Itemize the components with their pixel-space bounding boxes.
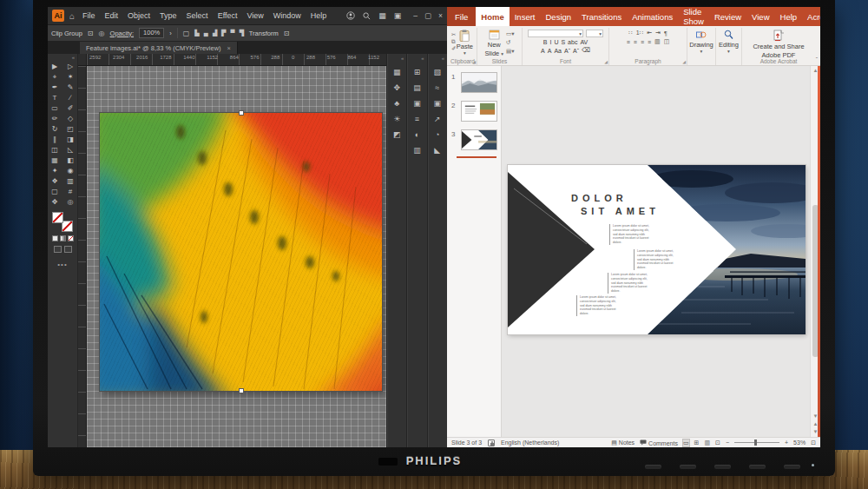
panel-icon[interactable]: ▣ <box>413 99 421 108</box>
create-share-pdf-button[interactable]: Create and Share Adobe PDF <box>753 29 804 59</box>
paste-button[interactable]: Paste ▾ <box>457 29 473 55</box>
tool-icon[interactable]: ◨ <box>65 135 76 145</box>
panel-icon[interactable]: ☀ <box>393 115 400 123</box>
clipboard-mini-icon[interactable]: ✂ <box>451 31 456 38</box>
paragraph-button[interactable]: ▥ <box>654 38 661 45</box>
tab-file[interactable]: File <box>447 7 476 26</box>
tool-icon[interactable]: ▦ <box>49 155 60 166</box>
font-button[interactable]: S <box>561 39 565 45</box>
slide-body-text[interactable]: Lorem ipsum dolor sit amet, consectetuer… <box>576 295 621 316</box>
font-button[interactable]: A <box>541 48 545 54</box>
menu-item[interactable]: File <box>82 11 95 20</box>
tool-icon[interactable]: ↻ <box>49 124 60 135</box>
language-indicator[interactable]: English (Netherlands) <box>501 439 559 446</box>
font-size-combobox[interactable]: ▾ <box>586 30 603 37</box>
align-icon[interactable]: ▙ <box>194 30 199 36</box>
arrange-documents-icon[interactable]: ▦ <box>378 11 386 20</box>
panel-icon[interactable]: ▥ <box>413 146 421 155</box>
zoom-out-icon[interactable]: − <box>726 439 729 446</box>
fit-slide-icon[interactable]: ⊡ <box>811 439 816 446</box>
slide-2-thumbnail[interactable] <box>461 101 497 122</box>
paragraph-button[interactable]: ≡ <box>634 39 637 45</box>
section-icon[interactable]: ▤▾ <box>506 48 514 55</box>
monitor-button[interactable] <box>714 465 731 469</box>
slide-title-line1[interactable]: DOLOR <box>571 191 628 205</box>
thumbnail-row[interactable]: 1 <box>451 72 501 93</box>
color-button[interactable] <box>52 235 58 241</box>
slide-sorter-view-button[interactable]: ⊞ <box>694 439 700 446</box>
font-button[interactable]: A <box>548 48 552 54</box>
monitor-power-button[interactable] <box>784 465 800 469</box>
paragraph-button[interactable]: ◫ <box>664 38 670 45</box>
tab-view[interactable]: View <box>746 7 774 26</box>
anchor-icon[interactable]: ⊡ <box>88 30 94 37</box>
panel-icon[interactable]: ▤ <box>413 83 421 92</box>
paragraph-button[interactable]: ≡ <box>641 39 644 45</box>
align-icon[interactable]: ▛ <box>221 30 226 36</box>
slide-body-text[interactable]: Lorem ipsum dolor sit amet, consectetuer… <box>609 224 654 245</box>
panel-icon[interactable]: ▦ <box>393 68 401 76</box>
font-button[interactable]: Aˆ <box>564 48 570 54</box>
fill-swatch[interactable] <box>52 212 63 223</box>
none-button[interactable] <box>68 235 74 241</box>
paragraph-button[interactable]: ¶ <box>664 30 667 36</box>
menu-item[interactable]: Edit <box>105 11 119 20</box>
font-button[interactable]: ⌫ <box>582 47 590 54</box>
font-button[interactable]: Aˇ <box>573 48 579 54</box>
slide-body-text[interactable]: Lorem ipsum dolor sit amet, consectetuer… <box>634 249 679 270</box>
notes-button[interactable]: ▤ Notes <box>611 439 635 446</box>
menu-item[interactable]: Window <box>273 11 301 20</box>
tab-help[interactable]: Help <box>775 7 803 26</box>
panel-icon[interactable]: ↗ <box>434 115 441 123</box>
tool-icon[interactable]: T <box>49 93 60 103</box>
font-button[interactable]: AV <box>580 39 588 45</box>
slide-editor[interactable]: DOLOR SIT AMET Lorem ipsum dolor sit ame… <box>502 66 810 437</box>
font-button[interactable]: abc <box>568 39 577 45</box>
reading-view-button[interactable]: ▥ <box>704 439 710 446</box>
tool-icon[interactable]: ✐ <box>65 103 76 114</box>
document-tab[interactable]: Feature images.ai* @ 8,33 % (CMYK/Previe… <box>80 42 238 54</box>
dialog-launcher-icon[interactable]: ◢ <box>604 59 608 64</box>
slide-body-text[interactable]: Lorem ipsum dolor sit amet, consectetuer… <box>608 273 653 294</box>
reset-icon[interactable]: ↺ <box>506 39 514 46</box>
monitor-button[interactable] <box>680 465 696 469</box>
paragraph-button[interactable]: ⇤ <box>647 30 652 36</box>
slide-3-thumbnail[interactable] <box>461 129 497 150</box>
selection-handle-bottom[interactable] <box>240 389 243 393</box>
font-button[interactable]: Aa <box>554 48 562 54</box>
menu-item[interactable]: Select <box>187 11 208 20</box>
workspace-icon[interactable]: ▣ <box>394 11 402 20</box>
tool-icon[interactable]: ✎ <box>65 83 76 93</box>
tool-icon[interactable]: ✏ <box>49 114 60 124</box>
illustrator-canvas[interactable] <box>87 66 386 447</box>
tool-icon[interactable]: ∥ <box>49 135 60 145</box>
home-icon[interactable]: ⌂ <box>69 11 75 21</box>
search-icon[interactable] <box>363 12 371 20</box>
opacity-expand-icon[interactable]: › <box>169 30 172 37</box>
tool-icon[interactable]: ◎ <box>65 197 76 208</box>
tool-icon[interactable]: ▶ <box>49 62 60 72</box>
artboard[interactable] <box>100 113 382 391</box>
zoom-slider[interactable] <box>734 442 779 443</box>
tool-icon[interactable]: ⌖ <box>49 72 60 83</box>
tab-slideshow[interactable]: Slide Show <box>678 7 709 26</box>
collapse-ribbon-icon[interactable]: ˆ <box>816 56 818 63</box>
account-icon[interactable] <box>346 11 355 20</box>
paragraph-button[interactable]: ∷ <box>628 30 632 36</box>
paragraph-button[interactable]: ≡ <box>648 39 651 45</box>
font-button[interactable]: U <box>554 39 558 45</box>
tool-icon[interactable]: ◉ <box>65 166 76 176</box>
new-slide-button[interactable]: New Slide▾ <box>485 29 503 57</box>
panel-icon[interactable]: ≡ <box>415 115 419 123</box>
menu-item[interactable]: Help <box>311 11 327 20</box>
align-icon[interactable]: ▄ <box>204 30 208 36</box>
collapse-panel-icon[interactable]: « <box>72 55 77 60</box>
menu-item[interactable]: View <box>247 11 263 20</box>
font-name-combobox[interactable]: ▾ <box>528 30 583 37</box>
panel-icon[interactable]: ⊞ <box>414 68 421 76</box>
tab-animations[interactable]: Animations <box>627 7 678 26</box>
thumbnail-row[interactable]: 2 <box>451 101 501 122</box>
monitor-button[interactable] <box>645 465 661 469</box>
tab-review[interactable]: Review <box>709 7 746 26</box>
comments-button[interactable]: Comments <box>640 439 678 446</box>
